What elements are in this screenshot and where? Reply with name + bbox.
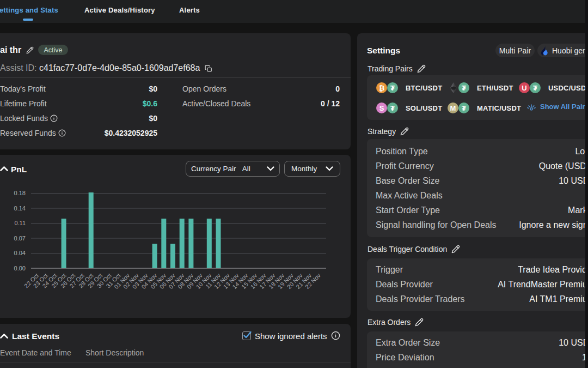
svg-text:0.00: 0.00 <box>14 265 26 272</box>
svg-text:0.11: 0.11 <box>14 220 26 226</box>
svg-text:0.14: 0.14 <box>14 205 26 212</box>
svg-text:0.07: 0.07 <box>14 235 26 242</box>
svg-text:0.04: 0.04 <box>14 250 26 256</box>
svg-text:0.18: 0.18 <box>14 190 26 196</box>
